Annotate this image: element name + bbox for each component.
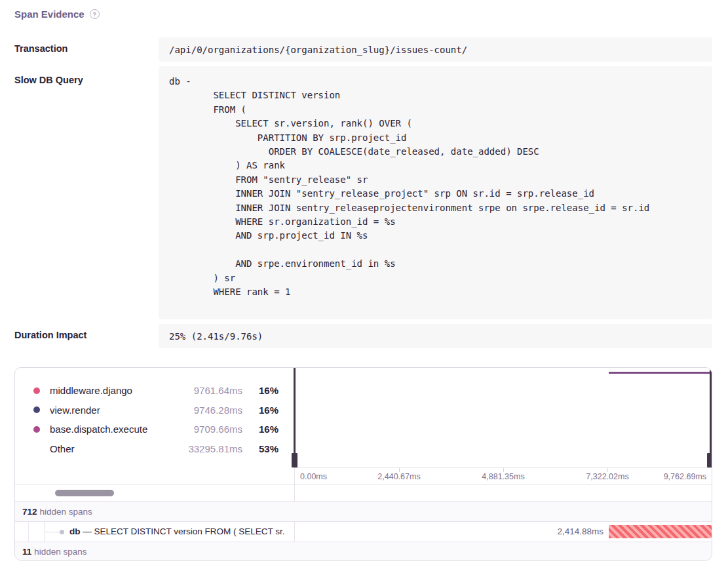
- span-tree-panel: middleware.django 9761.64ms 16% view.ren…: [14, 367, 712, 561]
- legend-dot: [33, 426, 40, 433]
- legend-op-duration: 9746.28ms: [170, 405, 242, 416]
- transaction-label: Transaction: [14, 43, 67, 54]
- legend-item: base.dispatch.execute 9709.66ms 16%: [33, 420, 278, 439]
- legend-item: view.render 9746.28ms 16%: [33, 401, 278, 420]
- hidden-spans-count: 11: [22, 547, 31, 557]
- horizontal-scrollbar[interactable]: [15, 485, 294, 501]
- span-row-tree-cell: db — SELECT DISTINCT version FROM ( SELE…: [15, 522, 295, 542]
- hidden-spans-label: hidden spans: [34, 547, 86, 557]
- span-description: SELECT DISTINCT version FROM ( SELECT sr…: [94, 526, 285, 536]
- slow-db-query-value: db - SELECT DISTINCT version FROM ( SELE…: [159, 66, 712, 319]
- span-tree-dot: [60, 530, 64, 534]
- legend-op-percent: 16%: [242, 405, 278, 416]
- legend-op-percent: 16%: [242, 424, 278, 435]
- axis-label: 0.00ms: [300, 472, 327, 481]
- slow-db-query-label: Slow DB Query: [14, 75, 83, 85]
- left-handle-line: [294, 368, 296, 453]
- span-separator: —: [83, 526, 92, 536]
- axis-label: 7,322.02ms: [586, 472, 628, 481]
- span-title: db — SELECT DISTINCT version FROM ( SELE…: [69, 522, 285, 542]
- legend-op-name: base.dispatch.execute: [50, 424, 170, 435]
- right-handle-line: [710, 368, 712, 453]
- axis-label: 4,881.35ms: [482, 472, 524, 481]
- span-tree-gutter: [15, 522, 29, 542]
- span-row[interactable]: db — SELECT DISTINCT version FROM ( SELE…: [15, 522, 712, 542]
- span-duration-bar: [609, 525, 712, 538]
- legend-op-duration: 9761.64ms: [170, 385, 242, 396]
- scrollbar-thumb[interactable]: [55, 490, 114, 496]
- axis-label: 9,762.69ms: [664, 472, 706, 481]
- left-handle-grip[interactable]: [292, 453, 297, 467]
- legend-item: middleware.django 9761.64ms 16%: [33, 381, 278, 401]
- span-duration: 2,414.88ms: [557, 522, 603, 542]
- trace-minimap[interactable]: [295, 368, 712, 467]
- question-mark-circle-icon[interactable]: ?: [90, 9, 100, 19]
- span-tree-header: middleware.django 9761.64ms 16% view.ren…: [15, 368, 712, 502]
- legend-dot: [33, 387, 40, 394]
- page-title: Span Evidence: [14, 9, 85, 20]
- hidden-spans-label: hidden spans: [40, 507, 92, 517]
- minimap-span-line: [609, 372, 712, 374]
- minimap-column: 0.00ms 2,440.67ms 4,881.35ms 7,322.02ms …: [295, 368, 712, 501]
- legend-op-name: Other: [50, 443, 170, 454]
- scrollbar-track-right: [295, 485, 712, 501]
- transaction-value: /api/0/organizations/{organization_slug}…: [159, 37, 712, 62]
- legend-dot: [33, 406, 40, 413]
- legend-op-percent: 16%: [242, 385, 278, 396]
- span-row-bar-cell: 2,414.88ms: [295, 522, 712, 542]
- duration-impact-label: Duration Impact: [14, 330, 86, 340]
- hidden-spans-row-before: 712 hidden spans: [15, 502, 712, 522]
- duration-impact-value: 25% (2.41s/9.76s): [159, 324, 712, 348]
- ops-breakdown-legend: middleware.django 9761.64ms 16% view.ren…: [15, 368, 294, 485]
- section-header: Span Evidence ?: [14, 9, 100, 20]
- legend-op-duration: 9709.66ms: [170, 424, 242, 435]
- legend-item: Other 33295.81ms 53%: [33, 439, 278, 459]
- legend-column: middleware.django 9761.64ms 16% view.ren…: [15, 368, 295, 501]
- legend-op-percent: 53%: [242, 443, 278, 454]
- span-evidence-section: Span Evidence ? Transaction /api/0/organ…: [0, 0, 728, 575]
- span-op: db: [69, 526, 81, 536]
- axis-label: 2,440.67ms: [377, 472, 420, 481]
- legend-op-duration: 33295.81ms: [170, 443, 242, 454]
- hidden-spans-row-after: 11 hidden spans: [15, 542, 712, 561]
- right-handle-grip[interactable]: [707, 453, 712, 467]
- legend-op-name: middleware.django: [50, 385, 170, 396]
- sql-query-text: db - SELECT DISTINCT version FROM ( SELE…: [169, 75, 702, 300]
- time-axis: 0.00ms 2,440.67ms 4,881.35ms 7,322.02ms …: [295, 467, 712, 485]
- legend-op-name: view.render: [50, 405, 170, 416]
- hidden-spans-count: 712: [22, 507, 37, 517]
- legend-dot: [33, 445, 40, 452]
